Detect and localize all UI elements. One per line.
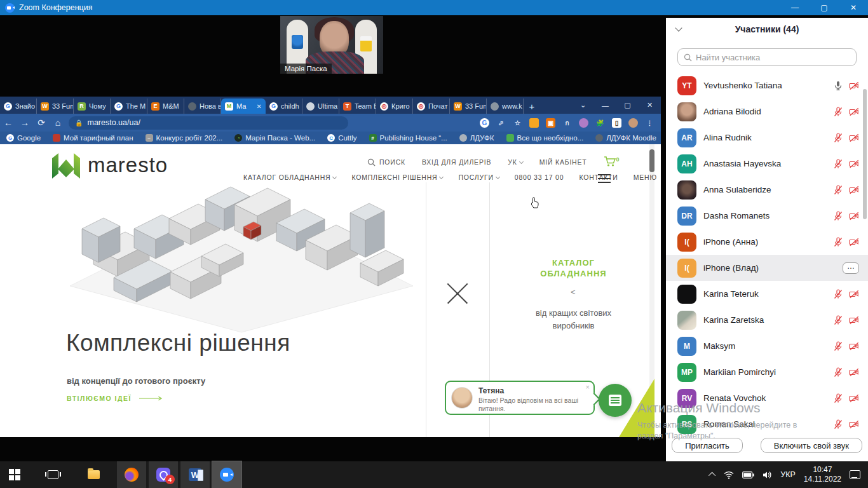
task-view-button[interactable] <box>38 461 67 488</box>
browser-tab[interactable]: ◎Почат <box>413 98 450 114</box>
camera-muted-icon[interactable] <box>849 133 859 143</box>
close-panel-icon[interactable] <box>445 281 470 306</box>
mic-muted-icon[interactable] <box>833 367 843 377</box>
participant-row[interactable]: DRDasha Romanets <box>666 203 868 229</box>
participant-more-button[interactable]: … <box>843 262 859 274</box>
home-icon[interactable]: ⌂ <box>50 118 66 128</box>
bookmark-item[interactable]: Мой тарифный план <box>53 134 133 142</box>
bookmark-item[interactable]: ЛДУФК Moodle <box>595 134 656 142</box>
google-avatar-icon[interactable]: G <box>480 118 489 128</box>
camera-muted-icon[interactable] <box>849 315 859 325</box>
mic-muted-icon[interactable] <box>833 237 843 247</box>
camera-muted-icon[interactable] <box>849 81 859 91</box>
cart-button[interactable]: 0 <box>604 156 620 168</box>
browser-tab[interactable]: GЗнайо <box>0 98 37 114</box>
unmute-button[interactable]: Включить свой звук <box>761 438 862 453</box>
side-panel-back-chevron[interactable]: < <box>571 287 576 297</box>
battery-icon[interactable] <box>742 471 754 478</box>
colorful-extension-icon[interactable] <box>579 118 588 128</box>
profile-avatar[interactable] <box>628 118 638 128</box>
tab-search-chevron-icon[interactable]: ⌄ <box>572 101 594 109</box>
bookmark-item[interactable]: –Конкурс робіт 202... <box>146 134 223 142</box>
close-button[interactable]: ✕ <box>839 0 868 15</box>
site-search-button[interactable]: ПОИСК <box>367 158 405 166</box>
browser-tab-active[interactable]: MMa✕ <box>221 98 266 114</box>
participant-row[interactable]: MMaksym <box>666 333 868 359</box>
orange-extension-icon[interactable]: ▣ <box>546 118 555 128</box>
firefox-taskbar-button[interactable] <box>117 461 146 488</box>
back-icon[interactable]: ← <box>0 118 17 128</box>
participant-row[interactable]: RSRoman Sakal <box>666 411 868 437</box>
participant-row[interactable]: Anna Sulaberidze <box>666 177 868 203</box>
main-nav-item[interactable]: КАТАЛОГ ОБЛАДНАННЯ <box>243 173 336 181</box>
bookmark-item[interactable]: CCuttly <box>327 134 356 142</box>
mic-on-icon[interactable] <box>833 81 843 91</box>
mic-muted-icon[interactable] <box>833 133 843 143</box>
participant-row[interactable]: MPMarkiian Pomirchyi <box>666 359 868 385</box>
bookmark-item[interactable]: ЛДУФК <box>459 134 494 142</box>
taskbar-clock[interactable]: 10:47 14.11.2022 <box>804 465 841 484</box>
browser-tab[interactable]: Ultima <box>302 98 339 114</box>
browser-tab[interactable]: Нова в <box>184 98 221 114</box>
side-panel-title[interactable]: КАТАЛОГОБЛАДНАННЯ <box>508 257 639 279</box>
key-extension-icon[interactable] <box>529 118 539 128</box>
browser-menu-icon[interactable]: ⋮ <box>645 118 654 128</box>
browser-minimize-button[interactable]: — <box>594 102 616 109</box>
browser-close-button[interactable]: ✕ <box>639 101 661 109</box>
speaker-icon[interactable] <box>763 471 772 479</box>
maximize-button[interactable]: ▢ <box>810 0 839 15</box>
bookmark-item[interactable]: GGoogle <box>6 134 41 142</box>
camera-muted-icon[interactable] <box>849 419 859 430</box>
browser-tab[interactable]: TTeam B <box>339 98 376 114</box>
forward-icon[interactable]: → <box>17 118 33 128</box>
split-screen-icon[interactable]: ▯ <box>612 118 621 128</box>
browser-tab[interactable]: EM&M <box>147 98 184 114</box>
language-selector[interactable]: УК <box>508 158 522 166</box>
start-button[interactable] <box>0 461 29 488</box>
camera-muted-icon[interactable] <box>849 185 859 195</box>
file-explorer-button[interactable] <box>79 461 108 488</box>
bookmark-star-icon[interactable]: ☆ <box>513 118 522 128</box>
mic-muted-icon[interactable] <box>833 419 843 430</box>
tray-expand-icon[interactable] <box>709 472 715 479</box>
bookmark-item[interactable]: #Publishing House “... <box>369 134 447 142</box>
reload-icon[interactable]: ⟳ <box>33 118 50 128</box>
dealers-login-link[interactable]: ВХІД ДЛЯ ДИЛЕРІВ <box>422 158 491 166</box>
word-taskbar-button[interactable]: W <box>180 461 210 488</box>
participant-row[interactable]: ARAlina Rudnik <box>666 125 868 151</box>
mic-muted-icon[interactable] <box>833 393 843 403</box>
chat-close-icon[interactable]: × <box>586 383 590 391</box>
bookmark-item[interactable]: Все що необхідно... <box>506 134 584 142</box>
maresto-logo[interactable]: maresto <box>50 151 168 180</box>
camera-muted-icon[interactable] <box>849 341 859 351</box>
camera-muted-icon[interactable] <box>849 237 859 247</box>
mic-muted-icon[interactable] <box>833 315 843 325</box>
keyboard-language[interactable]: УКР <box>780 470 796 479</box>
share-icon[interactable]: ⬀ <box>496 118 506 128</box>
camera-muted-icon[interactable] <box>849 159 859 169</box>
participant-search-input[interactable] <box>696 53 850 62</box>
browser-tab[interactable]: W33 Fun <box>450 98 487 114</box>
participant-row[interactable]: Karina Teteruk <box>666 281 868 307</box>
browser-tab[interactable]: W33 Fun <box>37 98 74 114</box>
panel-scrollbar-thumb[interactable] <box>863 89 867 219</box>
bookmark-item[interactable]: ◔Марія Паска - Web... <box>234 134 315 142</box>
browser-tab[interactable]: ◎Криго <box>376 98 413 114</box>
menu-burger-icon[interactable] <box>598 174 611 183</box>
mic-muted-icon[interactable] <box>833 159 843 169</box>
browser-tab[interactable]: www.k <box>487 98 524 114</box>
camera-muted-icon[interactable] <box>849 393 859 403</box>
camera-muted-icon[interactable] <box>849 367 859 377</box>
participant-row[interactable]: I(iPhone (Влад)… <box>666 255 868 281</box>
main-nav-item[interactable]: КОМПЛЕКСНІ РІШЕННЯ <box>351 173 443 181</box>
participant-search[interactable] <box>677 48 857 66</box>
address-bar[interactable]: 🔒 maresto.ua/ua/ <box>69 116 348 130</box>
participant-row[interactable]: Karina Zaretska <box>666 307 868 333</box>
puzzle-extension-icon[interactable]: 🧩 <box>595 118 605 128</box>
camera-muted-icon[interactable] <box>849 107 859 117</box>
browser-tab[interactable]: Gchildh <box>266 98 302 114</box>
new-tab-button[interactable]: + <box>524 98 540 114</box>
participant-row[interactable]: Adriana Bilodid <box>666 98 868 125</box>
antenna-extension-icon[interactable]: ก <box>562 118 572 128</box>
mic-muted-icon[interactable] <box>833 289 843 299</box>
